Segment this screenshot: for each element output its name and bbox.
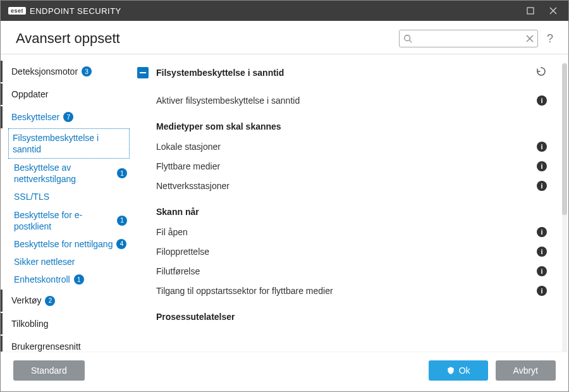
- svg-point-3: [405, 35, 410, 41]
- info-button[interactable]: i: [537, 246, 547, 257]
- page-header: Avansert oppsett ?: [1, 21, 568, 54]
- info-button[interactable]: i: [537, 161, 547, 171]
- info-button[interactable]: i: [537, 226, 547, 237]
- close-button[interactable]: [542, 1, 565, 21]
- sidebar-item-updater[interactable]: Oppdater: [1, 83, 133, 105]
- setting-label: Nettverksstasjoner: [156, 181, 384, 191]
- collapse-toggle[interactable]: [137, 67, 149, 78]
- search-icon: [403, 34, 412, 43]
- info-icon: i: [537, 142, 547, 152]
- search-input[interactable]: [415, 34, 523, 44]
- sidebar-item-label: Oppdater: [11, 89, 48, 100]
- brand-box: eset: [8, 7, 26, 15]
- toggle-knob: [374, 273, 382, 281]
- sidebar-item-network[interactable]: Beskyttelse av nettverkstilgang 1: [1, 159, 133, 188]
- setting-label: Filutførelse: [156, 266, 384, 276]
- row-network-drives: Nettverksstasjoner i: [137, 176, 547, 195]
- close-icon: [549, 7, 557, 15]
- info-button[interactable]: i: [537, 95, 547, 106]
- sidebar-item-label: Filsystembeskyttelse i sanntid: [13, 132, 123, 155]
- clear-search-icon[interactable]: [526, 35, 534, 42]
- toggle-knob: [374, 254, 382, 261]
- info-icon: i: [537, 181, 547, 191]
- footer: Standard Ok Avbryt: [1, 352, 568, 388]
- setting-label: Filopprettelse: [156, 247, 384, 257]
- setting-label: Tilgang til oppstartssektor for flyttbar…: [156, 286, 384, 296]
- info-icon: i: [537, 95, 547, 106]
- info-button[interactable]: i: [537, 180, 547, 191]
- toggle-knob: [374, 293, 382, 300]
- maximize-button[interactable]: [519, 1, 542, 21]
- setting-label: Fil åpen: [156, 227, 384, 237]
- section-header: Filsystembeskyttelse i sanntid: [137, 66, 547, 79]
- row-file-create: Filopprettelse i: [137, 242, 547, 261]
- row-removable-media: Flyttbare medier i: [137, 156, 547, 176]
- sidebar: Deteksjonsmotor 3 Oppdater Beskyttelser …: [1, 54, 133, 352]
- row-bootsector: Tilgang til oppstartssektor for flyttbar…: [137, 281, 547, 300]
- info-button[interactable]: i: [537, 266, 547, 276]
- revert-button[interactable]: [535, 66, 547, 79]
- subheading-scan: Skann når: [137, 195, 547, 222]
- badge: 4: [116, 239, 126, 249]
- cancel-button[interactable]: Avbryt: [496, 360, 556, 381]
- setting-label: Lokale stasjoner: [156, 142, 384, 152]
- sidebar-item-web[interactable]: Beskyttelse for nettilgang 4: [1, 235, 133, 253]
- badge: 3: [82, 66, 92, 77]
- sidebar-item-label: Beskyttelse av nettverkstilgang: [14, 162, 113, 185]
- sidebar-item-ssltls[interactable]: SSL/TLS: [1, 188, 133, 205]
- sidebar-item-protections[interactable]: Beskyttelser 7: [1, 106, 133, 128]
- badge: 1: [74, 274, 84, 285]
- page-title: Avansert oppsett: [16, 30, 120, 47]
- sidebar-item-email[interactable]: Beskyttelse for e-postklient 1: [1, 206, 133, 235]
- sidebar-item-connection[interactable]: Tilkobling: [1, 313, 133, 334]
- info-button[interactable]: i: [537, 285, 547, 296]
- button-label: Ok: [459, 365, 470, 376]
- sidebar-item-label: Verktøy: [11, 295, 41, 306]
- ok-button[interactable]: Ok: [429, 360, 488, 381]
- sidebar-item-realtime[interactable]: Filsystembeskyttelse i sanntid: [8, 128, 130, 159]
- search-box[interactable]: [399, 30, 538, 47]
- section-title: Filsystembeskyttelse i sanntid: [156, 68, 284, 78]
- info-icon: i: [537, 266, 547, 276]
- subheading-process: Prosessutelatelser: [137, 300, 547, 327]
- button-label: Standard: [31, 365, 67, 376]
- row-enable-realtime: Aktiver filsystembeskyttelse i sanntid i: [137, 90, 547, 110]
- sidebar-item-label: Tilkobling: [11, 318, 49, 329]
- sidebar-item-detection[interactable]: Deteksjonsmotor 3: [1, 61, 133, 82]
- scrollbar-thumb[interactable]: [562, 63, 567, 215]
- content-pane: Filsystembeskyttelse i sanntid Aktiver f…: [133, 54, 568, 352]
- sidebar-item-browser[interactable]: Sikker nettleser: [1, 253, 133, 271]
- sidebar-item-label: Brukergrensesnitt: [11, 341, 81, 352]
- sidebar-item-label: Beskyttelser: [11, 111, 59, 123]
- sidebar-item-ui[interactable]: Brukergrensesnitt: [1, 336, 133, 352]
- badge: 2: [45, 296, 55, 306]
- help-button[interactable]: ?: [547, 32, 553, 46]
- app-brand: eset ENDPOINT SECURITY: [8, 6, 121, 16]
- undo-icon: [535, 66, 547, 77]
- svg-rect-0: [527, 8, 534, 14]
- toggle-knob: [374, 149, 382, 156]
- badge: 1: [117, 216, 127, 226]
- info-icon: i: [537, 227, 547, 237]
- maximize-icon: [527, 7, 534, 15]
- row-local-drives: Lokale stasjoner i: [137, 137, 547, 156]
- button-label: Avbryt: [513, 365, 538, 376]
- badge: 7: [63, 112, 73, 122]
- row-file-open: Fil åpen i: [137, 222, 547, 242]
- titlebar: eset ENDPOINT SECURITY: [1, 1, 568, 21]
- sidebar-item-device[interactable]: Enhetskontroll 1: [1, 271, 133, 288]
- minus-icon: [140, 72, 146, 73]
- badge: 1: [117, 168, 127, 178]
- toggle-knob: [374, 188, 382, 195]
- sidebar-item-label: Enhetskontroll: [14, 274, 70, 285]
- info-button[interactable]: i: [537, 141, 547, 152]
- setting-label: Aktiver filsystembeskyttelse i sanntid: [156, 95, 384, 106]
- brand-text: ENDPOINT SECURITY: [30, 6, 121, 16]
- info-icon: i: [537, 286, 547, 296]
- default-button[interactable]: Standard: [13, 360, 85, 381]
- body: Deteksjonsmotor 3 Oppdater Beskyttelser …: [1, 54, 568, 352]
- svg-line-4: [410, 40, 412, 43]
- sidebar-item-label: Deteksjonsmotor: [11, 66, 78, 77]
- shield-icon: [446, 366, 455, 375]
- sidebar-item-tools[interactable]: Verktøy 2: [1, 290, 133, 311]
